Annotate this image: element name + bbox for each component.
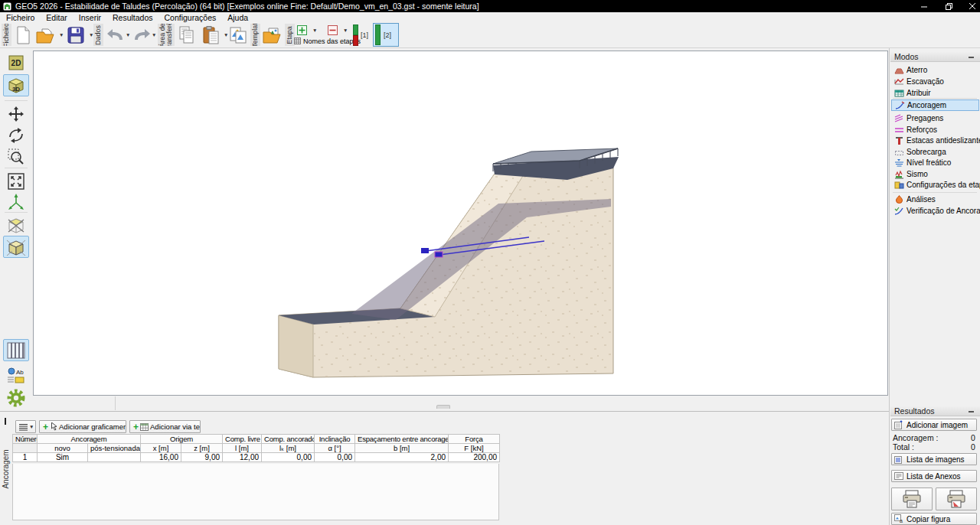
menu-ficheiro[interactable]: Ficheiro: [2, 13, 38, 22]
add-stage-dropdown[interactable]: ▼: [312, 28, 317, 33]
subheader-x[interactable]: x [m]: [141, 444, 181, 453]
undo-dropdown[interactable]: ▼: [126, 32, 130, 38]
zoom-window-button[interactable]: [3, 145, 29, 168]
add-image-button[interactable]: Adicionar imagem: [891, 419, 977, 431]
remove-stage-dropdown[interactable]: ▼: [343, 28, 348, 33]
minimize-button[interactable]: [916, 1, 933, 11]
col-header-espacamento[interactable]: Espaçamento entre ancoragens: [355, 435, 449, 444]
image-list-button[interactable]: Lista de imagens: [891, 453, 977, 465]
panel-grip[interactable]: [5, 418, 6, 425]
table-menu-button[interactable]: ▼: [15, 420, 36, 433]
col-header-origem[interactable]: Origem: [141, 435, 223, 444]
mode-ancoragem[interactable]: Ancoragem: [891, 99, 979, 111]
menu-configuracoes[interactable]: Configurações: [161, 13, 220, 22]
pan-button[interactable]: [3, 103, 29, 125]
mode-pregagens[interactable]: Pregagens: [891, 112, 980, 124]
col-header-comp-ancorado[interactable]: Comp. ancorado: [262, 435, 315, 444]
subheader-alpha[interactable]: α [°]: [315, 444, 355, 453]
redo-dropdown[interactable]: ▼: [152, 32, 156, 38]
restore-button[interactable]: [940, 1, 957, 11]
add-via-text-button[interactable]: + Adicionar via texto: [129, 420, 201, 433]
axes-button[interactable]: [3, 191, 29, 214]
list-menu-icon: [19, 423, 28, 431]
copy-figure-button[interactable]: a Copiar figura: [891, 513, 977, 525]
redo-button[interactable]: [132, 24, 152, 47]
mode-aterro[interactable]: Aterro: [891, 64, 980, 76]
open-template-button[interactable]: [262, 24, 283, 47]
interface-layers-button[interactable]: [3, 339, 29, 361]
subheader-l[interactable]: l [m]: [223, 444, 262, 453]
remove-stage-button[interactable]: [328, 25, 338, 35]
print-button[interactable]: [891, 488, 933, 510]
subheader-lk[interactable]: lₖ [m]: [262, 444, 315, 453]
add-stage-button[interactable]: [297, 25, 307, 35]
mode-config-etapa[interactable]: Configurações da etapa: [891, 179, 980, 191]
modes-header: Modos: [890, 52, 980, 62]
stage-1-button[interactable]: [1]: [361, 31, 368, 39]
close-button[interactable]: [964, 1, 980, 11]
mode-analises[interactable]: Análises: [891, 194, 980, 205]
mode-atribuir[interactable]: Atribuir: [891, 87, 980, 99]
view-direction-button[interactable]: [3, 214, 29, 236]
subheader-z[interactable]: z [m]: [181, 444, 223, 453]
view-2d-button[interactable]: 2D: [3, 51, 29, 73]
mode-nivel-freatico[interactable]: Nível freático: [891, 157, 980, 168]
copy-button[interactable]: [177, 24, 197, 47]
slope-model-3d: [34, 51, 887, 395]
table-row[interactable]: 1 Sim 16,00 9,00 12,00 0,00 0,00 2,00 20…: [13, 453, 500, 462]
menu-editar[interactable]: Editar: [42, 13, 70, 22]
settings-gear-button[interactable]: [3, 386, 29, 409]
window-title: GEO5 2026 - Estabilidade de Taludes (Per…: [15, 2, 479, 11]
add-graphically-button[interactable]: + Adicionar graficamente: [39, 420, 126, 433]
stage-names-label[interactable]: Nomes das etapas: [303, 38, 361, 45]
zoom-fit-button[interactable]: [3, 170, 29, 192]
mode-estacas[interactable]: Estacas antideslizantes: [891, 135, 980, 146]
subheader-pos-tensionada[interactable]: pós-tensionada: [88, 444, 141, 453]
col-header-inclinacao[interactable]: Inclinação: [315, 435, 355, 444]
pan-icon: [7, 105, 25, 123]
mode-escavacao[interactable]: Escavação: [891, 76, 980, 87]
paste-button[interactable]: [201, 24, 222, 47]
splitter-grip[interactable]: [436, 405, 450, 409]
menu-ajuda[interactable]: Ajuda: [224, 13, 252, 22]
save-button[interactable]: [64, 24, 87, 47]
model-canvas[interactable]: [33, 51, 888, 396]
view-perspective-button[interactable]: [3, 236, 29, 258]
col-header-numero[interactable]: Número▴: [13, 435, 38, 444]
results-collapse-button[interactable]: [969, 411, 974, 412]
subheader-b[interactable]: b [m]: [355, 444, 449, 453]
toolbar-group-file: Ficheiro: [2, 24, 11, 46]
printer-settings-icon: [946, 490, 966, 508]
col-header-ancoragem[interactable]: Ancoragem: [38, 435, 141, 444]
mode-reforcos[interactable]: Reforços: [891, 124, 980, 135]
print-settings-button[interactable]: [936, 488, 977, 510]
modes-collapse-button[interactable]: [969, 57, 974, 58]
mode-verificacao[interactable]: Verificação de Ancoragem: [891, 205, 980, 217]
copy-picture-button[interactable]: [228, 24, 248, 47]
horizontal-splitter[interactable]: [32, 396, 888, 411]
mode-sismo[interactable]: Sismo: [891, 168, 980, 180]
open-dropdown[interactable]: ▼: [59, 32, 64, 38]
subheader-novo[interactable]: novo: [38, 444, 88, 453]
menu-resultados[interactable]: Resultados: [109, 13, 157, 22]
menu-inserir[interactable]: Inserir: [75, 13, 105, 22]
anchor-head-1[interactable]: [421, 248, 429, 253]
col-header-forca[interactable]: Força: [449, 435, 500, 444]
undo-button[interactable]: [106, 24, 126, 47]
printer-icon: [902, 490, 922, 508]
drawing-settings-button[interactable]: Ab: [3, 364, 29, 386]
anchor-head-2[interactable]: [435, 252, 443, 257]
mode-sobrecarga[interactable]: Sobrecarga: [891, 146, 980, 158]
new-file-button[interactable]: [13, 24, 33, 47]
subheader-f[interactable]: F [kN]: [449, 444, 500, 453]
rotate-icon: [7, 126, 25, 145]
add-image-icon: [894, 420, 903, 429]
view-sidebar: 2D 3D Ab: [0, 48, 32, 411]
zoom-window-icon: [7, 148, 25, 166]
open-file-button[interactable]: [34, 24, 57, 47]
annex-list-button[interactable]: Lista de Anexos: [891, 470, 977, 482]
stage-2-button[interactable]: [2]: [373, 23, 399, 47]
rotate-button[interactable]: [3, 124, 29, 146]
col-header-comp-livre[interactable]: Comp. livre: [223, 435, 262, 444]
view-3d-button[interactable]: 3D: [3, 74, 29, 96]
